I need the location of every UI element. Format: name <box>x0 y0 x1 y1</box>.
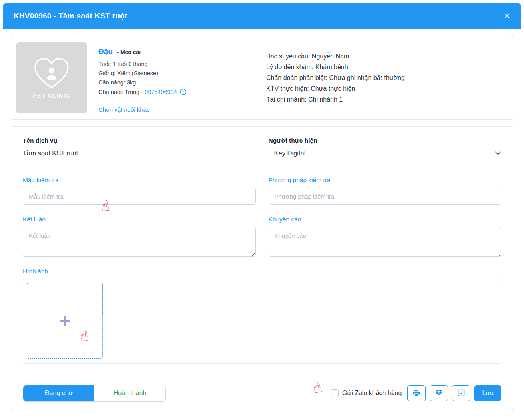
service-row: Tên dịch vụ Tầm soát KST ruột Người thực… <box>23 137 501 165</box>
service-name-label: Tên dịch vụ <box>23 137 256 144</box>
zalo-checkbox-row: Gửi Zalo khách hàng <box>331 389 402 397</box>
status-waiting-button[interactable]: Đang chờ <box>23 385 94 401</box>
pet-name: Đậu <box>98 47 113 56</box>
pet-breed: Giống: Xiêm (Siamese) <box>98 70 255 76</box>
performer-column: Người thực hiện Key Digital <box>269 137 502 157</box>
modal-title: KHV00960 - Tầm soát KST ruột <box>14 12 127 20</box>
performer-label: Người thực hiện <box>269 137 502 144</box>
modal-body: PET CLINIC Đậu - Mèo cái Tuổi: 1 tuổi 0 … <box>3 29 521 413</box>
pet-info-card: PET CLINIC Đậu - Mèo cái Tuổi: 1 tuổi 0 … <box>10 36 514 120</box>
visit-branch: Tại chi nhánh: Chi nhánh 1 <box>266 96 508 103</box>
checklist-button[interactable] <box>452 385 470 401</box>
dropbox-button[interactable] <box>430 385 448 401</box>
dropbox-icon <box>435 389 443 398</box>
close-icon[interactable]: × <box>504 10 510 22</box>
image-upload-area: + <box>23 279 501 364</box>
footer-divider <box>23 376 501 376</box>
advice-label: Khuyến cáo <box>269 216 502 223</box>
print-button[interactable] <box>407 385 426 401</box>
pet-age: Tuổi: 1 tuổi 0 tháng <box>98 61 255 67</box>
heart-pet-logo-icon <box>32 57 71 91</box>
footer-actions: Gửi Zalo khách hàng <box>331 385 501 401</box>
advice-textarea[interactable] <box>269 227 502 257</box>
method-label: Phương pháp kiểm tra <box>269 177 502 184</box>
pet-photo-placeholder: PET CLINIC <box>16 42 87 113</box>
service-name-column: Tên dịch vụ Tầm soát KST ruột <box>23 137 256 157</box>
plus-icon: + <box>58 310 71 332</box>
fields-grid: Mẫu kiểm tra Phương pháp kiểm tra Kết lu… <box>23 177 501 257</box>
pet-weight: Cân nặng: 3kg <box>98 79 255 86</box>
pet-details: Đậu - Mèo cái Tuổi: 1 tuổi 0 tháng Giống… <box>98 42 255 113</box>
sample-label: Mẫu kiểm tra <box>23 177 256 184</box>
pet-gender: - Mèo cái <box>117 49 141 55</box>
footer-row: Đang chờ Hoàn thành Gửi Zalo khách hàng <box>23 385 501 402</box>
sample-field: Mẫu kiểm tra <box>23 177 256 205</box>
method-field: Phương pháp kiểm tra <box>269 177 502 205</box>
visit-details: Bác sĩ yêu cầu: Nguyễn Nam Lý do đến khá… <box>266 42 508 113</box>
status-segmented-control: Đang chờ Hoàn thành <box>23 385 166 402</box>
modal-header: KHV00960 - Tầm soát KST ruột × <box>3 3 521 29</box>
method-input[interactable] <box>269 188 502 205</box>
service-result-modal: KHV00960 - Tầm soát KST ruột × PET CLINI… <box>3 3 521 413</box>
clinic-logo-text: PET CLINIC <box>33 92 70 99</box>
owner-phone-link[interactable]: 0975496934 <box>145 89 177 95</box>
check-square-icon <box>457 389 465 398</box>
advice-field: Khuyến cáo <box>269 216 502 257</box>
image-label: Hình ảnh <box>23 268 501 275</box>
zalo-checkbox[interactable] <box>331 389 339 397</box>
zalo-checkbox-label: Gửi Zalo khách hàng <box>342 390 402 397</box>
performer-select[interactable]: Key Digital <box>269 149 502 157</box>
conclusion-label: Kết luận <box>23 216 256 223</box>
service-name-value: Tầm soát KST ruột <box>23 149 256 157</box>
image-upload-button[interactable]: + <box>27 283 103 359</box>
visit-technician: KTV thực hiện: Chưa thực hiện <box>266 85 508 92</box>
visit-diagnosis: Chẩn đoán phân biệt: Chưa ghi nhận bất t… <box>266 74 508 82</box>
choose-other-pet-link[interactable]: Chọn vật nuôi khác <box>98 106 149 113</box>
service-form-card: Tên dịch vụ Tầm soát KST ruột Người thực… <box>10 126 514 410</box>
chevron-down-icon <box>495 149 501 157</box>
visit-doctor: Bác sĩ yêu cầu: Nguyễn Nam <box>266 53 508 60</box>
info-icon[interactable] <box>180 88 187 96</box>
page: KHV00960 - Tầm soát KST ruột × PET CLINI… <box>0 0 524 416</box>
save-button[interactable]: Lưu <box>474 385 501 401</box>
visit-reason: Lý do đến khám: Khám bệnh, <box>266 64 508 71</box>
pet-owner-line: Chủ nuôi: Trung - 0975496934 <box>98 88 255 96</box>
performer-selected-value: Key Digital <box>274 149 306 157</box>
pet-owner-label: Chủ nuôi: Trung - <box>98 89 143 95</box>
printer-icon <box>412 389 420 398</box>
image-field: Hình ảnh + <box>23 268 501 364</box>
conclusion-textarea[interactable] <box>23 227 256 257</box>
conclusion-field: Kết luận <box>23 216 256 257</box>
sample-input[interactable] <box>23 188 256 205</box>
status-done-button[interactable]: Hoàn thành <box>94 385 165 401</box>
